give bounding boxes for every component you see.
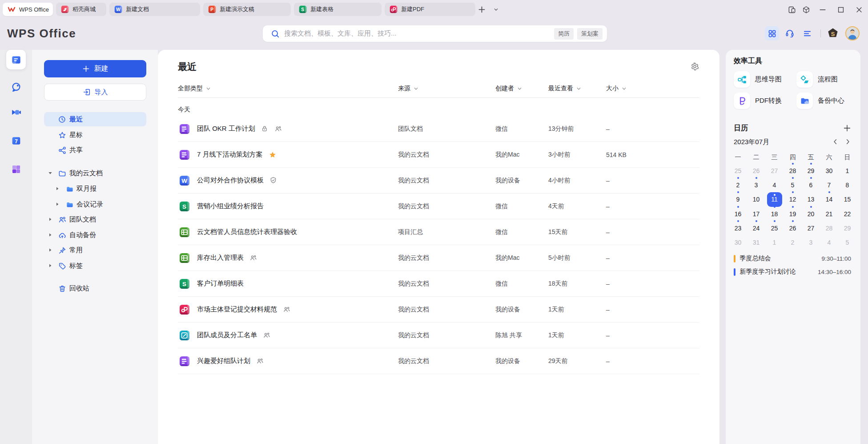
calendar-event[interactable]: 新季度学习计划讨论14:30–16:00 bbox=[734, 265, 851, 279]
minimize-button[interactable] bbox=[819, 6, 827, 14]
apps-grid-button[interactable] bbox=[765, 26, 779, 40]
calendar-next-button[interactable] bbox=[844, 138, 852, 145]
calendar-day[interactable]: 22 bbox=[838, 207, 856, 221]
calendar-day[interactable]: 27 bbox=[765, 164, 784, 178]
file-row[interactable]: 团队成员及分工名单我的云文档陈旭 共享1天前– bbox=[178, 323, 699, 348]
search-tag-resume[interactable]: 简历 bbox=[554, 28, 574, 40]
new-document-button[interactable]: 新建 bbox=[44, 60, 146, 77]
file-row[interactable]: 云文档管人员信息统计表理器验收项目汇总微信15天前– bbox=[178, 219, 699, 245]
tool-pdf-convert[interactable]: PDF转换 bbox=[734, 93, 782, 109]
calendar-day[interactable]: 14 bbox=[820, 192, 838, 206]
calendar-day-selected[interactable]: 11 bbox=[765, 192, 784, 206]
add-event-button[interactable] bbox=[843, 124, 851, 132]
calendar-day[interactable]: 7 bbox=[820, 178, 838, 192]
calendar-day[interactable]: 26 bbox=[747, 164, 765, 178]
sidebar-tree-cloud-upload-4[interactable]: 自动备份 bbox=[44, 228, 146, 242]
calendar-day[interactable]: 25 bbox=[765, 221, 784, 235]
calendar-day[interactable]: 26 bbox=[784, 221, 802, 235]
sidebar-item-share[interactable]: 共享 bbox=[44, 143, 146, 157]
calendar-day[interactable]: 27 bbox=[802, 221, 820, 235]
calendar-day[interactable]: 4 bbox=[820, 235, 838, 250]
sidebar-tree-tag-6[interactable]: 标签 bbox=[44, 258, 146, 273]
calendar-prev-button[interactable] bbox=[832, 138, 839, 145]
calendar-day[interactable]: 30 bbox=[729, 235, 747, 250]
import-button[interactable]: 导入 bbox=[44, 84, 146, 101]
tab-list-chevron-button[interactable] bbox=[493, 4, 499, 14]
calendar-day[interactable]: 29 bbox=[838, 221, 856, 235]
calendar-event[interactable]: 季度总结会9:30–11:00 bbox=[734, 252, 851, 265]
file-row[interactable]: 团队 OKR 工作计划团队文档微信13分钟前– bbox=[178, 116, 699, 142]
new-tab-button[interactable] bbox=[477, 4, 486, 14]
caret-right-icon[interactable] bbox=[48, 217, 52, 222]
calendar-day[interactable]: 28 bbox=[784, 164, 802, 178]
filter-4[interactable]: 大小 bbox=[606, 84, 627, 93]
rail-messages-button[interactable] bbox=[6, 77, 26, 97]
file-row[interactable]: 兴趣爱好组队计划我的云文档我的设备29天前– bbox=[178, 348, 699, 374]
calendar-day[interactable]: 2 bbox=[729, 178, 747, 192]
calendar-day[interactable]: 31 bbox=[747, 235, 765, 250]
file-row[interactable]: W公司对外合作协议模板我的云文档我的设备4小时前– bbox=[178, 168, 699, 194]
calendar-day[interactable]: 13 bbox=[802, 192, 820, 206]
settings-gear-icon[interactable] bbox=[691, 62, 699, 71]
calendar-day[interactable]: 15 bbox=[838, 192, 856, 206]
main-menu-button[interactable] bbox=[800, 26, 814, 40]
calendar-day[interactable]: 6 bbox=[802, 178, 820, 192]
close-button[interactable] bbox=[855, 6, 863, 14]
calendar-day[interactable]: 23 bbox=[729, 221, 747, 235]
sidebar-tree-folder-filled-2[interactable]: 会议记录 bbox=[44, 197, 146, 211]
mobile-device-button[interactable] bbox=[788, 6, 796, 14]
tab-spreadsheet[interactable]: S新建表格 bbox=[294, 3, 382, 16]
file-row[interactable]: 库存出入管理表我的云文档我的Mac5小时前– bbox=[178, 245, 699, 271]
calendar-day[interactable]: 4 bbox=[765, 178, 784, 192]
calendar-day[interactable]: 19 bbox=[784, 207, 802, 221]
rail-apps-button[interactable] bbox=[6, 159, 26, 179]
search-bar[interactable]: 搜索文档、模板、文库、应用、技巧... 简历 策划案 bbox=[263, 25, 607, 42]
calendar-day[interactable]: 3 bbox=[747, 178, 765, 192]
calendar-day[interactable]: 30 bbox=[820, 164, 838, 178]
tab-writer[interactable]: W新建文档 bbox=[109, 3, 200, 16]
lab-cube-button[interactable] bbox=[802, 6, 810, 14]
calendar-day[interactable]: 21 bbox=[820, 207, 838, 221]
sidebar-tree-pin-5[interactable]: 常用 bbox=[44, 243, 146, 257]
tab-presentation[interactable]: P新建演示文稿 bbox=[203, 3, 291, 16]
customer-service-button[interactable] bbox=[783, 26, 797, 40]
caret-down-icon[interactable] bbox=[48, 171, 52, 175]
tab-docer[interactable]: 稻壳商城 bbox=[56, 3, 106, 16]
rail-documents-button[interactable] bbox=[6, 50, 26, 69]
file-row[interactable]: 市场主体登记提交材料规范我的云文档我的设备1天前– bbox=[178, 297, 699, 323]
calendar-day[interactable]: 3 bbox=[802, 235, 820, 250]
calendar-day[interactable]: 20 bbox=[802, 207, 820, 221]
tool-backup[interactable]: 备份中心 bbox=[796, 93, 844, 109]
calendar-day[interactable]: 9 bbox=[729, 192, 747, 206]
calendar-day[interactable]: 18 bbox=[765, 207, 784, 221]
file-row[interactable]: S营销小组业绩分析报告我的云文档微信4天前– bbox=[178, 194, 699, 219]
user-avatar[interactable] bbox=[845, 26, 860, 41]
calendar-day[interactable]: 10 bbox=[747, 192, 765, 206]
maximize-button[interactable] bbox=[837, 6, 845, 14]
sidebar-tree-folder-0[interactable]: 我的云文档 bbox=[44, 166, 146, 180]
calendar-day[interactable]: 5 bbox=[784, 178, 802, 192]
file-row[interactable]: S客户订单明细表我的云文档微信18天前– bbox=[178, 271, 699, 297]
calendar-day[interactable]: 1 bbox=[765, 235, 784, 250]
rail-meetings-button[interactable] bbox=[6, 102, 26, 122]
calendar-day[interactable]: 29 bbox=[802, 164, 820, 178]
calendar-day[interactable]: 5 bbox=[838, 235, 856, 250]
tool-mindmap[interactable]: 思维导图 bbox=[734, 71, 782, 88]
caret-right-icon[interactable] bbox=[48, 263, 52, 268]
rail-calendar-button[interactable]: 7 bbox=[6, 131, 26, 150]
sidebar-tree-folder-filled-1[interactable]: 双月报 bbox=[44, 182, 146, 196]
calendar-day[interactable]: 28 bbox=[820, 221, 838, 235]
caret-right-icon[interactable] bbox=[55, 186, 60, 191]
filter-2[interactable]: 创建者 bbox=[495, 84, 522, 93]
calendar-day[interactable]: 17 bbox=[747, 207, 765, 221]
caret-right-icon[interactable] bbox=[48, 248, 52, 252]
filter-1[interactable]: 来源 bbox=[398, 84, 418, 93]
filter-3[interactable]: 最近查看 bbox=[548, 84, 581, 93]
tool-flowchart[interactable]: 流程图 bbox=[796, 71, 838, 88]
calendar-day[interactable]: 25 bbox=[729, 164, 747, 178]
calendar-day[interactable]: 16 bbox=[729, 207, 747, 221]
calendar-day[interactable]: 1 bbox=[838, 164, 856, 178]
file-row[interactable]: 7 月线下活动策划方案我的云文档我的Mac3小时前514 KB bbox=[178, 142, 699, 168]
caret-right-icon[interactable] bbox=[48, 233, 52, 237]
calendar-day[interactable]: 2 bbox=[784, 235, 802, 250]
